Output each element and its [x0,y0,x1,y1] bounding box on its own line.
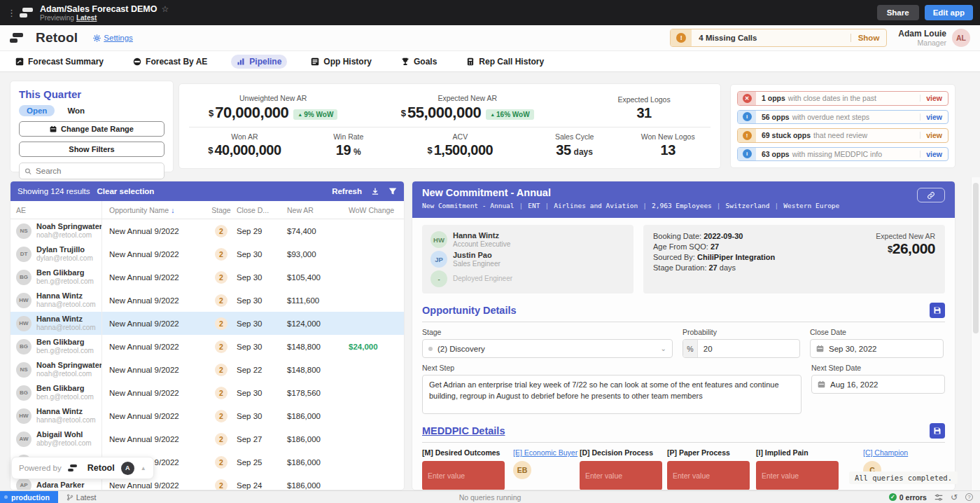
economic-buyer-badge[interactable]: EB [513,461,531,479]
preview-status: PreviewingLatest [40,14,169,22]
meddpic-economic-buyer: [E] Economic Buyer EB [513,448,580,490]
table-row[interactable]: HW Hanna Wintz hanna@retool.com New Annu… [10,289,404,312]
opportunity-name-cell: New Annual 9/2022 [102,227,207,235]
tab-opp-history[interactable]: Opp History [305,55,377,69]
new-ar-cell: $93,000 [286,250,346,259]
avatar: HW [16,316,31,331]
stage-select[interactable]: (2) Discovery ⌄ [422,339,673,358]
view-button[interactable]: view [926,113,942,121]
economic-buyer-link[interactable]: [E] Economic Buyer [513,448,580,457]
avatar[interactable]: A [121,462,134,475]
column-wow-change[interactable]: WoW Change [346,206,404,214]
probability-input[interactable] [698,345,799,353]
table-row[interactable]: NS Noah Springwater noah@retool.com New … [10,358,404,381]
table-row[interactable]: DT Dylan Trujillo dylan@retool.com New A… [10,242,404,266]
scrollbar[interactable] [971,177,980,490]
table-row[interactable]: BG Ben Glikbarg ben.g@retool.com New Ann… [10,381,404,404]
preview-version-link[interactable]: Latest [76,14,97,22]
column-ae[interactable]: AE [10,201,102,219]
save-button[interactable] [930,303,945,318]
table-row[interactable]: AW Abigail Wohl abby@retool.com New Annu… [10,427,404,450]
avatar: - [430,270,447,287]
help-icon[interactable]: ? [965,493,973,501]
tab-pipeline[interactable]: Pipeline [231,55,287,69]
desired-outcomes-input[interactable] [422,461,505,490]
stage-label: Stage [422,328,673,336]
menu-dots-icon[interactable]: ⋮ [7,8,15,18]
info-line: Booking Date: 2022-09-30 [653,232,775,240]
errors-indicator[interactable]: ✓ 0 errors [889,493,927,502]
table-row[interactable]: HW Hanna Wintz hanna@retool.com New Annu… [10,404,404,427]
ae-email: noah@retool.com [36,370,102,378]
alert-row: i 56 opps with overdue next steps view [737,110,948,125]
view-button[interactable]: view [926,94,942,102]
tab-open[interactable]: Open [19,105,55,116]
next-step-date-picker[interactable]: Aug 16, 2022 [811,375,945,394]
tab-rep-call-history[interactable]: Rep Call History [461,55,550,69]
implied-pain-input[interactable] [756,461,839,490]
refresh-button[interactable]: Refresh [332,187,362,195]
avatar: BG [16,339,31,354]
copy-link-button[interactable] [917,188,945,202]
decision-process-input[interactable] [580,461,662,490]
debug-tools-icon[interactable] [934,493,943,502]
save-button[interactable] [930,423,945,439]
settings-link[interactable]: Settings [93,34,133,42]
tab-forecast-by-ae[interactable]: Forecast By AE [127,55,213,69]
alert-text: that need review [813,131,867,139]
new-ar-cell: $148,800 [286,366,346,374]
gear-icon [93,34,101,42]
opportunity-detail-panel: New Commitment - Annual New Commitment -… [412,181,955,490]
version-selector[interactable]: Latest [66,493,97,502]
alert-icon: ✕ [738,92,756,105]
column-opportunity-name[interactable]: Opportunity Name↓ [102,206,207,214]
member-role: Sales Engineer [453,260,500,268]
share-button[interactable]: Share [877,5,919,20]
next-step-textarea[interactable]: Get Adrian an enterprise trial key week … [422,375,802,414]
search-input[interactable] [36,167,159,175]
history-icon[interactable]: ↺ [951,492,958,502]
close-date-picker[interactable]: Sep 30, 2022 [810,339,944,358]
champion-link[interactable]: [C] Champion [863,448,945,457]
ae-name: Ben Glikbarg [36,384,94,393]
edit-app-button[interactable]: Edit app [925,5,973,20]
new-ar-cell: $186,000 [286,412,346,420]
table-row[interactable]: HW Hanna Wintz hanna@retool.com New Annu… [10,312,404,335]
column-new-ar[interactable]: New AR [286,206,346,214]
download-icon[interactable] [371,187,379,195]
info-line: Sourced By: ChiliPiper Integration [653,253,775,261]
star-icon[interactable]: ☆ [161,4,169,14]
user-menu[interactable]: Adam Louie Manager AL [898,29,970,47]
avatar: JP [430,251,447,268]
avatar[interactable]: AL [952,29,970,47]
view-button[interactable]: view [926,150,942,158]
detail-header: New Commitment - Annual New Commitment -… [412,181,955,218]
view-button[interactable]: view [926,131,942,139]
clear-selection-button[interactable]: Clear selection [97,187,155,195]
column-stage[interactable]: Stage [207,206,235,214]
column-close-date[interactable]: Close D... [235,206,286,214]
show-button[interactable]: Show [858,34,880,42]
paper-process-input[interactable] [667,461,750,490]
avatar: NS [16,362,31,378]
tab-won[interactable]: Won [67,106,85,115]
filter-icon[interactable] [388,187,397,195]
change-date-range-button[interactable]: Change Date Range [19,121,164,137]
environment-tag[interactable]: production [0,491,58,503]
opportunity-name-cell: New Annual 9/2022 [102,319,207,328]
new-ar-cell: $186,000 [286,481,346,490]
table-row[interactable]: BG Ben Glikbarg ben.g@retool.com New Ann… [10,266,404,289]
user-role: Manager [898,39,946,47]
scrollbar-thumb[interactable] [973,183,979,333]
chevron-up-icon[interactable]: ▲ [141,465,146,471]
avatar: BG [16,385,31,401]
up-arrow-icon: ▲ [490,112,495,117]
table-row[interactable]: BG Ben Glikbarg ben.g@retool.com New Ann… [10,335,404,358]
tab-goals[interactable]: Goals [396,55,442,69]
show-filters-button[interactable]: Show Filters [19,142,164,157]
tab-forecast-summary[interactable]: Forecast Summary [10,55,109,69]
opportunity-name-cell: New Annual 9/2022 [102,435,207,443]
table-row[interactable]: NS Noah Springwater noah@retool.com New … [10,219,404,242]
opportunity-title: New Commitment - Annual [422,187,945,198]
powered-by-retool-badge[interactable]: Powered by Retool A ▲ [11,457,154,479]
